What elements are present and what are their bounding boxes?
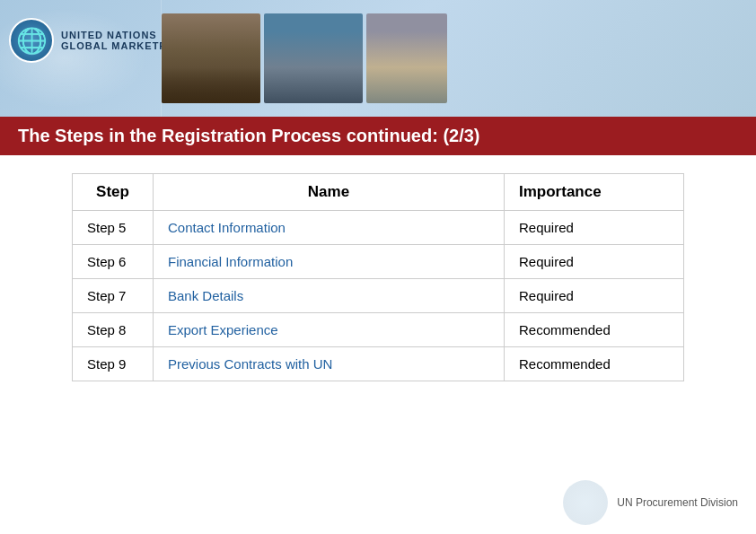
- header-photos: [162, 13, 447, 103]
- cell-name: Previous Contracts with UN: [154, 347, 505, 381]
- col-header-importance: Importance: [505, 174, 684, 211]
- cell-step: Step 9: [73, 347, 154, 381]
- header-photo-person: [162, 13, 260, 103]
- header: UNITED NATIONS GLOBAL MARKETPLACE: [0, 0, 756, 117]
- cell-name: Bank Details: [154, 279, 505, 313]
- title-bar: The Steps in the Registration Process co…: [0, 117, 756, 155]
- table-row: Step 6Financial InformationRequired: [73, 245, 684, 279]
- table-row: Step 9Previous Contracts with UNRecommen…: [73, 347, 684, 381]
- cell-name: Export Experience: [154, 313, 505, 347]
- col-header-name: Name: [154, 174, 505, 211]
- page-title: The Steps in the Registration Process co…: [18, 126, 738, 146]
- table-row: Step 5Contact InformationRequired: [73, 211, 684, 245]
- cell-step: Step 8: [73, 313, 154, 347]
- cell-name: Contact Information: [154, 211, 505, 245]
- cell-step: Step 6: [73, 245, 154, 279]
- footer-text: UN Procurement Division: [617, 496, 738, 509]
- cell-step: Step 5: [73, 211, 154, 245]
- steps-table: Step Name Importance Step 5Contact Infor…: [72, 173, 684, 381]
- cell-step: Step 7: [73, 279, 154, 313]
- cell-importance: Recommended: [505, 313, 684, 347]
- main-content: Step Name Importance Step 5Contact Infor…: [0, 155, 756, 399]
- header-photo-truck: [264, 13, 363, 103]
- cell-importance: Required: [505, 245, 684, 279]
- table-row: Step 7Bank DetailsRequired: [73, 279, 684, 313]
- un-logo-icon: [9, 18, 54, 63]
- footer-logo: [563, 480, 608, 525]
- footer: UN Procurement Division: [563, 480, 738, 525]
- col-header-step: Step: [73, 174, 154, 211]
- table-header-row: Step Name Importance: [73, 174, 684, 211]
- cell-importance: Required: [505, 279, 684, 313]
- table-row: Step 8Export ExperienceRecommended: [73, 313, 684, 347]
- header-photo-industrial: [366, 13, 447, 103]
- cell-name: Financial Information: [154, 245, 505, 279]
- cell-importance: Required: [505, 211, 684, 245]
- cell-importance: Recommended: [505, 347, 684, 381]
